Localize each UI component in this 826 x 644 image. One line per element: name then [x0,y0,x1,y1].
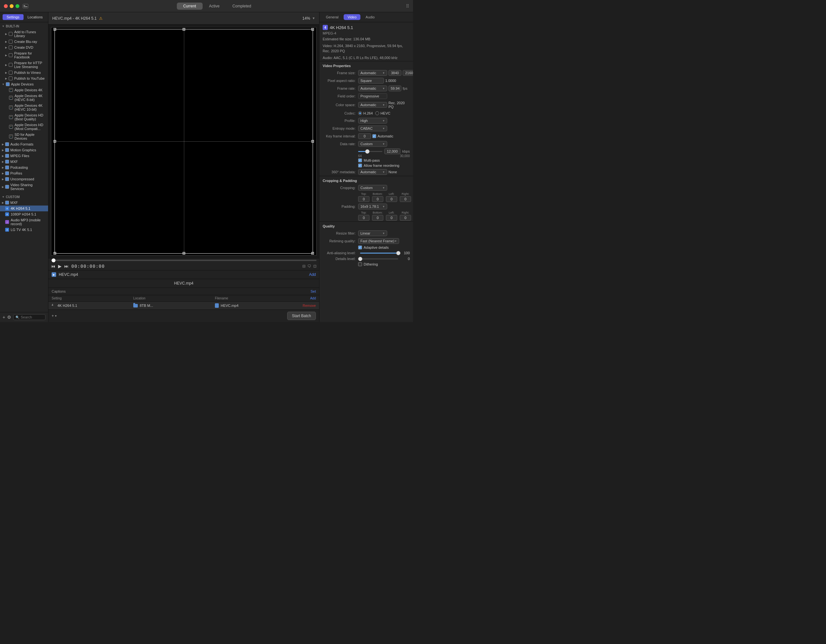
sidebar-item-apple-4k[interactable]: 📱 Apple Devices 4K [0,87,48,93]
multipass-checkbox[interactable] [358,158,362,162]
sidebar-group-mxf[interactable]: ▶ MXF [0,159,48,164]
padding-left-input[interactable]: 0 [386,215,397,221]
settings-button[interactable]: ⚙ [7,315,11,320]
metadata360-select[interactable]: Automatic ▼ [358,169,387,175]
data-rate-select[interactable]: Custom ▼ [358,141,387,147]
crop-right-input[interactable]: 0 [400,196,411,202]
data-rate-slider[interactable] [358,151,382,152]
timeline-scrubber[interactable] [51,260,317,261]
sidebar-item-youtube[interactable]: ▶ Publish to YouTube [0,76,48,81]
profile-select[interactable]: High ▼ [358,118,387,124]
play-button[interactable]: ▶ [58,264,62,269]
sidebar-tab-settings[interactable]: Settings [3,14,23,20]
anti-alias-thumb[interactable] [396,251,401,255]
rewind-button[interactable]: ⏮ [51,264,56,269]
sidebar-group-mpeg[interactable]: ▶ MPEG Files [0,153,48,159]
tab-general[interactable]: General [322,14,342,20]
sidebar-item-apple-sd[interactable]: 📱 SD for Apple Devices [0,132,48,141]
sidebar-item-http[interactable]: ▶ Prepare for HTTP Live Streaming [0,60,48,70]
search-box[interactable]: 🔍 [13,314,45,320]
start-batch-button[interactable]: Start Batch [287,312,316,320]
sidebar-item-apple-hd-compat[interactable]: 📱 Apple Devices HD (Most Compati... [0,122,48,132]
sidebar-group-video-sharing[interactable]: ▶ Video Sharing Services [0,182,48,192]
sidebar-group-prores[interactable]: ▶ ProRes [0,170,48,176]
maximize-button[interactable] [16,4,19,8]
field-order-select[interactable]: Progressive [358,93,387,99]
padding-bottom-input[interactable]: 0 [372,215,384,221]
entropy-mode-select[interactable]: CABAC ▼ [358,126,387,131]
sidebar-toggle-button[interactable] [23,4,28,8]
crop-handle-tl[interactable] [54,28,56,31]
sidebar-item-custom-4k[interactable]: 4 4K H264 5.1 [0,205,48,211]
frame-height-input[interactable]: 2160 [403,70,413,76]
sidebar-group-audio[interactable]: ▶ Audio Formats [0,141,48,147]
sidebar-item-custom-mxf[interactable]: ▶ MXF [0,200,48,205]
keyframe-interval-input[interactable]: 0 [358,133,371,139]
annotations-button[interactable]: 🗨 [307,264,311,268]
sidebar-group-motion[interactable]: ▶ Motion Graphics [0,147,48,153]
data-rate-thumb[interactable] [365,149,370,154]
color-space-select[interactable]: Automatic ▼ [358,102,387,108]
sidebar-item-apple-hd-best[interactable]: 📱 Apple Devices HD (Best Quality) [0,112,48,122]
progress-chevron-icon[interactable]: ▼ [312,17,315,20]
frame-rate-select[interactable]: Automatic ▼ [358,85,387,91]
add-job-button[interactable]: + ▼ [51,313,57,318]
frame-size-select[interactable]: Automatic ▼ [358,70,387,76]
crop-handle-tr[interactable] [311,28,314,31]
frame-reorder-checkbox[interactable] [358,164,362,168]
frame-width-input[interactable]: 3840 [388,70,401,76]
details-level-slider[interactable] [360,258,398,259]
frame-rate-num[interactable]: 59.94 [388,85,401,91]
crop-bottom-input[interactable]: 0 [372,196,384,202]
cropping-select[interactable]: Custom ▼ [358,185,387,191]
sidebar-item-vimeo[interactable]: ▶ Publish to Vimeo [0,70,48,76]
fullscreen-button[interactable]: ⊡ [313,264,317,268]
sidebar-tab-locations[interactable]: Locations [25,14,46,20]
share-icon[interactable]: ⠿ [406,3,409,9]
padding-top-input[interactable]: 0 [358,215,370,221]
dithering-checkbox[interactable] [358,262,362,266]
codec-h264-radio[interactable]: H.264 [358,111,373,115]
col-header-add[interactable]: Add [297,296,316,300]
fast-forward-button[interactable]: ⏭ [64,264,69,269]
adaptive-details-checkbox[interactable] [358,245,362,250]
padding-select[interactable]: 16x9 1.78:1 ▼ [358,203,387,209]
pixel-aspect-select[interactable]: Square [358,78,384,84]
crop-handle-br[interactable] [311,252,314,254]
scrubber-bar[interactable] [48,258,319,262]
crop-left-input[interactable]: 0 [386,196,397,202]
add-preset-button[interactable]: + [3,315,5,320]
sidebar-item-apple-4k-hevc10[interactable]: 📱 Apple Devices 4K (HEVC 10-bit) [0,102,48,112]
scrubber-thumb[interactable] [51,258,56,262]
tab-active[interactable]: Active [203,3,226,10]
sidebar-item-apple-4k-hevc8[interactable]: 📱 Apple Devices 4K (HEVC 8-bit) [0,93,48,102]
sidebar-item-bluray[interactable]: ▶ Create Blu-ray [0,39,48,45]
resize-filter-select[interactable]: Linear ▼ [358,230,387,236]
sidebar-item-facebook[interactable]: ▶ Prepare for Facebook [0,50,48,60]
remove-output-button[interactable]: Remove [297,304,316,307]
padding-right-input[interactable]: 0 [400,215,411,221]
sidebar-item-add-itunes[interactable]: ▶ Add to iTunes Library [0,29,48,39]
crop-top-input[interactable]: 0 [358,196,370,202]
keyframe-auto-checkbox[interactable] [373,134,376,138]
sidebar-item-custom-1080p[interactable]: 4 1080P H264 5.1 [0,211,48,217]
sidebar-item-dvd[interactable]: ▶ Create DVD [0,45,48,50]
split-view-button[interactable]: ⊟ [302,264,306,268]
set-captions-button[interactable]: Set [311,289,316,293]
close-button[interactable] [4,4,8,8]
retiming-quality-select[interactable]: Fast (Nearest Frame) ▼ [358,238,399,244]
add-output-button[interactable]: Add [309,272,316,277]
sidebar-item-custom-lgtv[interactable]: 4 LG TV 4K 5.1 [0,227,48,233]
tab-completed[interactable]: Completed [226,3,258,10]
codec-hevc-radio[interactable]: HEVC [375,111,390,115]
sidebar-item-custom-audio[interactable]: ♪ Audio MP3 (mobile record) [0,217,48,227]
sidebar-group-podcasting[interactable]: ▶ Podcasting [0,164,48,170]
tab-current[interactable]: Current [177,3,203,10]
tab-audio[interactable]: Audio [362,14,379,20]
crop-handle-bl[interactable] [54,252,56,254]
anti-alias-slider[interactable] [360,253,398,254]
details-level-thumb[interactable] [358,257,362,261]
sidebar-group-uncompressed[interactable]: ▶ Uncompressed [0,176,48,182]
sidebar-group-apple[interactable]: ▼ Apple Devices [0,81,48,87]
tab-video[interactable]: Video [344,14,360,20]
